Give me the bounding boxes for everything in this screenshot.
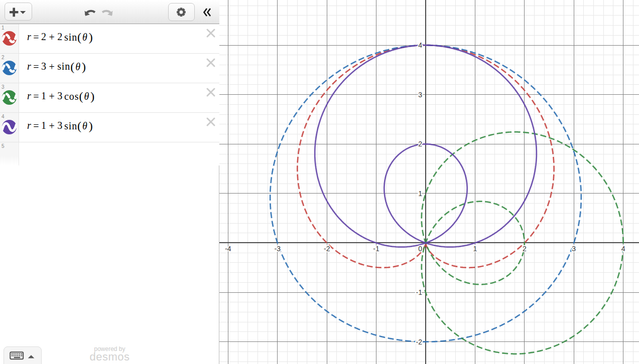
svg-text:-2: -2 bbox=[416, 338, 423, 346]
svg-text:-1: -1 bbox=[373, 245, 379, 253]
svg-text:3: 3 bbox=[572, 245, 576, 253]
svg-text:2: 2 bbox=[523, 245, 527, 253]
svg-text:-3: -3 bbox=[275, 245, 281, 253]
svg-text:4: 4 bbox=[418, 41, 422, 49]
svg-text:0: 0 bbox=[418, 245, 422, 253]
svg-text:3: 3 bbox=[418, 91, 422, 99]
svg-text:1: 1 bbox=[473, 245, 477, 253]
svg-text:-1: -1 bbox=[416, 288, 423, 296]
svg-text:1: 1 bbox=[418, 190, 422, 198]
svg-text:4: 4 bbox=[621, 245, 625, 253]
svg-text:2: 2 bbox=[418, 140, 422, 148]
svg-text:-2: -2 bbox=[324, 245, 330, 253]
svg-text:-4: -4 bbox=[225, 245, 231, 253]
